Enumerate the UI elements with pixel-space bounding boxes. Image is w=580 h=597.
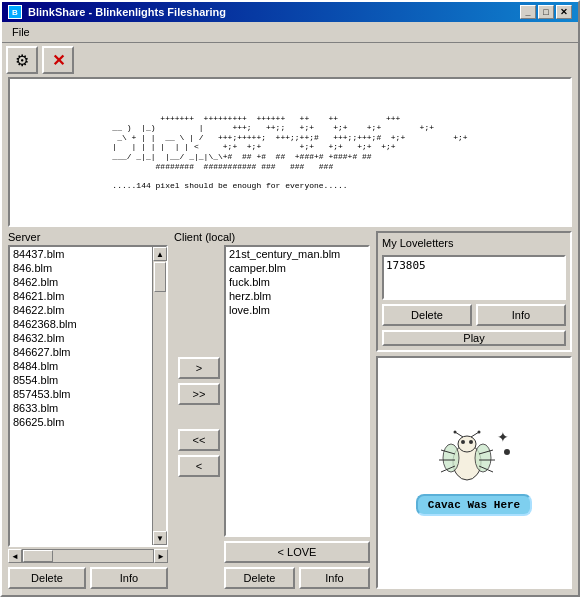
- love-button[interactable]: < LOVE: [224, 541, 370, 563]
- list-item[interactable]: 84437.blm: [10, 247, 152, 261]
- list-item[interactable]: 857453.blm: [10, 387, 152, 401]
- transfer-left-all-button[interactable]: <<: [178, 429, 220, 451]
- right-panel: My Loveletters 173805 Delete Info Play: [376, 231, 572, 589]
- transfer-right-button[interactable]: >: [178, 357, 220, 379]
- main-content: Server 84437.blm 846.blm 8462.blm 84621.…: [2, 231, 578, 595]
- scroll-thumb[interactable]: [154, 262, 166, 292]
- server-info-button[interactable]: Info: [90, 567, 168, 589]
- scroll-up-button[interactable]: ▲: [153, 247, 167, 261]
- client-list-container: 21st_century_man.blm camper.blm fuck.blm…: [224, 245, 370, 537]
- list-item[interactable]: 84632.blm: [10, 331, 152, 345]
- settings-button[interactable]: ⚙: [6, 46, 38, 74]
- ascii-art-panel: +++++++ +++++++++ ++++++ ++ ++ +++ __ ) …: [8, 77, 572, 227]
- loveletters-delete-button[interactable]: Delete: [382, 304, 472, 326]
- server-panel: Server 84437.blm 846.blm 8462.blm 84621.…: [8, 231, 168, 589]
- loveletters-info-button[interactable]: Info: [476, 304, 566, 326]
- list-item[interactable]: 846.blm: [10, 261, 152, 275]
- list-item[interactable]: 846627.blm: [10, 345, 152, 359]
- list-item[interactable]: 8554.blm: [10, 373, 152, 387]
- cavac-label: Cavac Was Here: [416, 494, 532, 516]
- cavac-drawing-svg: ✦: [429, 430, 519, 490]
- list-item[interactable]: 8484.blm: [10, 359, 152, 373]
- menu-file[interactable]: File: [6, 24, 36, 40]
- main-window: B BlinkShare - Blinkenlights Filesharing…: [0, 0, 580, 597]
- close-icon: ✕: [52, 51, 65, 70]
- list-item[interactable]: 84622.blm: [10, 303, 152, 317]
- svg-text:✦: ✦: [497, 430, 509, 445]
- minimize-button[interactable]: _: [520, 5, 536, 19]
- client-label: Client (local): [174, 231, 370, 243]
- svg-point-1: [458, 436, 476, 452]
- window-controls: _ □ ✕: [520, 5, 572, 19]
- list-item[interactable]: 8462.blm: [10, 275, 152, 289]
- server-list[interactable]: 84437.blm 846.blm 8462.blm 84621.blm 846…: [10, 247, 152, 545]
- list-item[interactable]: herz.blm: [226, 289, 368, 303]
- list-item[interactable]: 86625.blm: [10, 415, 152, 429]
- client-panel-buttons: Delete Info: [224, 567, 370, 589]
- server-panel-buttons: Delete Info: [8, 567, 168, 589]
- transfer-left-button[interactable]: <: [178, 455, 220, 477]
- scroll-left-button[interactable]: ◄: [8, 549, 22, 563]
- svg-point-3: [469, 440, 473, 444]
- server-delete-button[interactable]: Delete: [8, 567, 86, 589]
- client-list-area: 21st_century_man.blm camper.blm fuck.blm…: [224, 245, 370, 589]
- client-list[interactable]: 21st_century_man.blm camper.blm fuck.blm…: [226, 247, 368, 535]
- ascii-art-text: +++++++ +++++++++ ++++++ ++ ++ +++ __ ) …: [112, 114, 467, 191]
- maximize-button[interactable]: □: [538, 5, 554, 19]
- list-item[interactable]: love.blm: [226, 303, 368, 317]
- loveletters-input[interactable]: 173805: [382, 255, 566, 300]
- loveletters-box: My Loveletters 173805 Delete Info Play: [376, 231, 572, 352]
- server-hscrollbar: ◄ ►: [8, 549, 168, 563]
- loveletters-play-button[interactable]: Play: [382, 330, 566, 346]
- close-button[interactable]: ✕: [42, 46, 74, 74]
- svg-point-6: [453, 430, 456, 433]
- center-area: Client (local) > >> << < 21st_century_ma…: [174, 231, 370, 589]
- transfer-area: > >> << < 21st_century_man.blm camper.bl…: [174, 245, 370, 589]
- svg-point-7: [477, 430, 480, 433]
- title-bar: B BlinkShare - Blinkenlights Filesharing…: [2, 2, 578, 22]
- gear-icon: ⚙: [15, 51, 29, 70]
- transfer-buttons: > >> << <: [174, 245, 224, 589]
- list-item[interactable]: camper.blm: [226, 261, 368, 275]
- server-scrollbar[interactable]: ▲ ▼: [152, 247, 166, 545]
- client-info-button[interactable]: Info: [299, 567, 370, 589]
- cavac-image: ✦ Cavac Was Here: [416, 430, 532, 516]
- close-window-button[interactable]: ✕: [556, 5, 572, 19]
- h-scroll-track: [22, 549, 154, 563]
- app-icon: B: [8, 5, 22, 19]
- scroll-down-button[interactable]: ▼: [153, 531, 167, 545]
- h-scroll-thumb[interactable]: [23, 550, 53, 562]
- list-item[interactable]: fuck.blm: [226, 275, 368, 289]
- transfer-right-all-button[interactable]: >>: [178, 383, 220, 405]
- loveletters-label: My Loveletters: [382, 237, 566, 249]
- list-item[interactable]: 84621.blm: [10, 289, 152, 303]
- server-label: Server: [8, 231, 168, 243]
- scroll-right-button[interactable]: ►: [154, 549, 168, 563]
- cavac-image-panel: ✦ Cavac Was Here: [376, 356, 572, 589]
- svg-point-17: [504, 449, 510, 455]
- list-item[interactable]: 8633.blm: [10, 401, 152, 415]
- list-item[interactable]: 21st_century_man.blm: [226, 247, 368, 261]
- svg-point-2: [461, 440, 465, 444]
- client-delete-button[interactable]: Delete: [224, 567, 295, 589]
- toolbar: ⚙ ✕: [2, 43, 578, 77]
- loveletters-del-info-buttons: Delete Info: [382, 304, 566, 326]
- window-title: BlinkShare - Blinkenlights Filesharing: [28, 6, 226, 18]
- menu-bar: File: [2, 22, 578, 43]
- list-item[interactable]: 8462368.blm: [10, 317, 152, 331]
